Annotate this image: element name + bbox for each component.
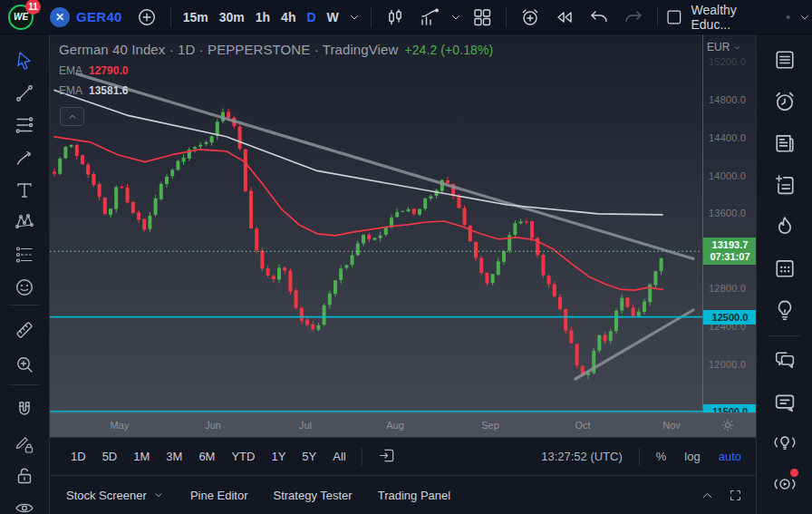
- log-scale-button[interactable]: log: [675, 446, 709, 467]
- candlestick-chart[interactable]: [50, 34, 702, 412]
- chevron-down-icon: [449, 10, 463, 24]
- alerts-panel-button[interactable]: [768, 85, 801, 118]
- live-streams-button[interactable]: [768, 468, 801, 500]
- currency-selector[interactable]: EUR: [707, 41, 742, 53]
- replay-icon: [554, 6, 575, 28]
- interval-30m[interactable]: 30m: [214, 10, 250, 24]
- range-3m[interactable]: 3M: [158, 446, 190, 467]
- newspaper-icon: [772, 131, 798, 156]
- indicators-icon: [419, 6, 440, 28]
- last-price-badge[interactable]: 13193.7 07:31:07: [703, 238, 757, 265]
- undo-button[interactable]: [582, 4, 616, 31]
- interval-menu-button[interactable]: [344, 4, 364, 31]
- xabcd-pattern-tool-button[interactable]: [9, 207, 40, 238]
- ideas-button[interactable]: [768, 294, 801, 326]
- redo-button[interactable]: [616, 4, 651, 31]
- hide-drawings-button[interactable]: [9, 492, 40, 514]
- interval-15m[interactable]: 15m: [178, 10, 214, 24]
- stock-screener-label: Stock Screener: [66, 489, 147, 502]
- interval-1h[interactable]: 1h: [250, 10, 276, 24]
- trend-line-tool-button[interactable]: [9, 78, 40, 109]
- brush-tool-button[interactable]: [9, 142, 40, 173]
- toolbar-separator: [769, 335, 800, 336]
- private-chat-button[interactable]: [768, 386, 801, 419]
- clock-utc[interactable]: 13:27:52 (UTC): [532, 450, 632, 463]
- redo-arrow-icon: [623, 6, 644, 28]
- range-1y[interactable]: 1Y: [263, 446, 294, 467]
- symbol-search-button[interactable]: ✕ GER40: [43, 7, 130, 27]
- interval-1w[interactable]: W: [322, 10, 344, 24]
- pine-editor-tab[interactable]: Pine Editor: [178, 489, 261, 502]
- alert-button[interactable]: [513, 4, 547, 31]
- layout-account-menu[interactable]: Wealthy Educ... •: [664, 3, 812, 32]
- price-label: 14000.0: [709, 170, 746, 181]
- news-button[interactable]: [768, 127, 801, 160]
- level-price-badge[interactable]: 12500.0: [703, 310, 757, 325]
- drawing-mode-button[interactable]: [9, 429, 40, 460]
- range-5d[interactable]: 5D: [94, 446, 126, 467]
- calendar-button[interactable]: [768, 252, 801, 285]
- range-1m[interactable]: 1M: [125, 446, 158, 467]
- bottom-panel: Stock Screener Pine Editor Strategy Test…: [50, 475, 756, 514]
- projection-tool-button[interactable]: [9, 239, 40, 270]
- range-5y[interactable]: 5Y: [294, 446, 324, 467]
- scale-controls: 13:27:52 (UTC) % log auto: [532, 446, 756, 467]
- range-all[interactable]: All: [324, 446, 353, 467]
- user-menu-button[interactable]: WE 11: [8, 5, 34, 30]
- emoji-tool-button[interactable]: [9, 272, 40, 303]
- price-axis[interactable]: EUR 15200.0 14800.0 14400.0 14000.0 1360…: [702, 34, 756, 412]
- fib-retracement-icon: [14, 114, 35, 136]
- price-label: 15200.0: [709, 56, 746, 67]
- chart-style-button[interactable]: [378, 4, 412, 31]
- chart-pane[interactable]: [50, 34, 702, 412]
- strategy-tester-tab[interactable]: Strategy Tester: [260, 489, 364, 502]
- fib-retracement-tool-button[interactable]: [9, 110, 40, 141]
- magnet-mode-button[interactable]: [9, 394, 40, 425]
- auto-scale-button[interactable]: auto: [710, 446, 750, 467]
- month-label: Oct: [575, 420, 590, 431]
- chevron-up-icon: [66, 111, 79, 123]
- chat-message-icon: [772, 390, 798, 415]
- indicators-menu-button[interactable]: [447, 4, 465, 31]
- checkbox-icon[interactable]: [664, 7, 684, 27]
- compare-add-button[interactable]: [130, 4, 164, 31]
- text-icon: [14, 179, 35, 201]
- range-1d[interactable]: 1D: [63, 446, 94, 467]
- layout-grid-button[interactable]: [465, 4, 499, 31]
- fullscreen-icon[interactable]: [728, 488, 743, 503]
- range-ytd[interactable]: YTD: [223, 446, 263, 467]
- flame-icon: [772, 214, 798, 239]
- undo-arrow-icon: [588, 6, 610, 28]
- percent-scale-button[interactable]: %: [647, 446, 676, 467]
- panel-collapse-icon[interactable]: [700, 488, 715, 503]
- plus-circle-icon: [136, 6, 158, 28]
- interval-4h[interactable]: 4h: [276, 10, 301, 24]
- streams-button[interactable]: [768, 426, 801, 459]
- zoom-in-tool-button[interactable]: [9, 349, 40, 380]
- text-notes-button[interactable]: [768, 169, 801, 201]
- account-name: Wealthy Educ...: [691, 3, 778, 32]
- legend-collapse-button[interactable]: [60, 107, 84, 126]
- interval-1d[interactable]: D: [301, 10, 321, 24]
- trading-panel-tab[interactable]: Trading Panel: [365, 489, 463, 502]
- long-position-icon: [14, 244, 35, 266]
- time-axis[interactable]: May Jun Jul Aug Sep Oct Nov: [50, 412, 756, 437]
- bar-replay-button[interactable]: [547, 4, 582, 31]
- hotlists-button[interactable]: [768, 210, 801, 243]
- public-chat-button[interactable]: [768, 344, 801, 377]
- go-to-date-button[interactable]: [370, 442, 405, 471]
- range-6m[interactable]: 6M: [190, 446, 223, 467]
- pencil-lock-icon: [14, 433, 35, 455]
- stock-screener-tab[interactable]: Stock Screener: [53, 489, 178, 502]
- text-tool-button[interactable]: [9, 175, 40, 206]
- cursor-tool-button[interactable]: [9, 45, 40, 76]
- measure-tool-button[interactable]: [9, 315, 40, 345]
- lightbulb-icon: [772, 297, 798, 323]
- month-label: Aug: [386, 420, 404, 431]
- chevron-down-icon: [347, 10, 362, 24]
- watchlist-button[interactable]: [768, 44, 801, 76]
- indicators-button[interactable]: [412, 4, 447, 31]
- grid-layout-icon: [471, 6, 493, 28]
- axis-settings-button[interactable]: [720, 417, 736, 435]
- lock-drawings-button[interactable]: [9, 461, 40, 491]
